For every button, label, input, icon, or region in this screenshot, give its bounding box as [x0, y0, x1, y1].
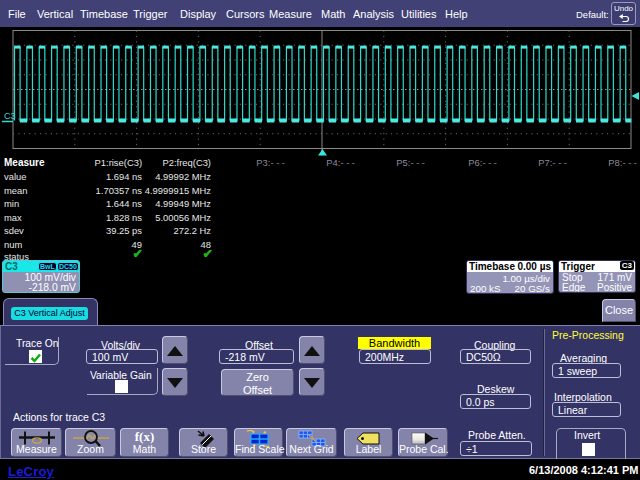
svg-text:C3: C3 [4, 111, 16, 121]
